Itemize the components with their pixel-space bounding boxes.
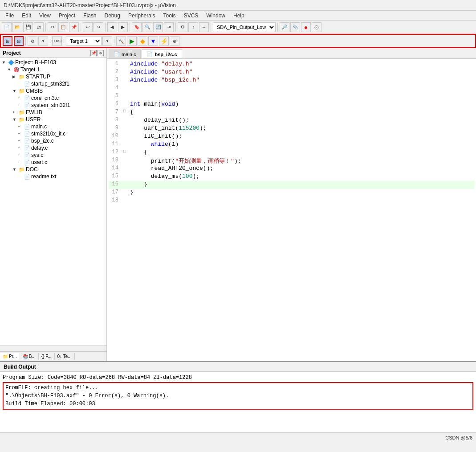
menu-file[interactable]: File: [2, 12, 17, 20]
target-dropdown[interactable]: Target 1: [66, 36, 102, 46]
redo-btn[interactable]: ↪: [94, 22, 103, 32]
menu-peripherals[interactable]: Peripherals: [125, 12, 159, 20]
line-number: 13: [109, 157, 121, 163]
toolbar-btn7[interactable]: ⊙: [312, 22, 321, 32]
code-line-14: 14 read_AHT20_once();: [109, 165, 474, 173]
menu-flash[interactable]: Flash: [80, 12, 100, 20]
panel-tab-project[interactable]: 📁 Pr...: [0, 353, 20, 360]
code-line-16: 16 }: [109, 181, 474, 189]
iset-btn[interactable]: ⊞: [3, 36, 12, 46]
panel-tab-templates[interactable]: 0↓ Te...: [55, 353, 75, 360]
tree-item-Target-1[interactable]: ▼🎯Target 1: [1, 66, 106, 73]
line-number: 8: [109, 117, 121, 123]
tab-bsp-i2c[interactable]: 📄 bsp_i2c.c: [142, 49, 182, 58]
stop-build-btn[interactable]: ◆: [138, 36, 147, 46]
compile-btn[interactable]: ⚙: [178, 22, 187, 32]
indent2-btn[interactable]: ↕: [188, 22, 198, 32]
line-code: read_AHT20_once();: [128, 165, 474, 172]
rebuild-btn[interactable]: ▶: [127, 36, 137, 46]
tree-label: STARTUP: [26, 74, 50, 80]
function-dropdown[interactable]: SDA_Pin_Output_Low: [213, 22, 276, 32]
menu-debug[interactable]: Debug: [101, 12, 124, 20]
build-target-btn[interactable]: 🔨: [116, 36, 126, 46]
new-file-btn[interactable]: 📄: [2, 22, 12, 32]
tree-item-CMSIS[interactable]: ▼📁CMSIS: [1, 87, 106, 95]
expand-icon: ▼: [12, 117, 18, 122]
dropdown-btn2[interactable]: ▼: [38, 36, 48, 46]
open-btn[interactable]: 📂: [12, 22, 22, 32]
nav-back-btn[interactable]: ◀: [107, 22, 117, 32]
tree-item-main-c[interactable]: +📄main.c: [1, 123, 106, 130]
tree-item-stm32f10x-it-c[interactable]: +📄stm32f10x_it.c: [1, 130, 106, 137]
tree-item-Project--BH-F103[interactable]: ▼🔷Project: BH-F103: [1, 59, 106, 66]
replace-btn[interactable]: 🔄: [153, 22, 163, 32]
sep10: [64, 37, 64, 45]
menu-view[interactable]: View: [36, 12, 54, 20]
indent-btn[interactable]: ⇥: [164, 22, 174, 32]
menu-edit[interactable]: Edit: [18, 12, 35, 20]
tree-item-delay-c[interactable]: +📄delay.c: [1, 144, 106, 152]
load-btn[interactable]: LOAD: [52, 36, 62, 46]
toolbar-btn3[interactable]: ↔: [199, 22, 209, 32]
code-line-12: 12□ {: [109, 149, 474, 157]
tree-item-system-stm32f1[interactable]: +📄system_stm32f1: [1, 102, 106, 109]
line-code: #include "delay.h": [128, 61, 474, 67]
download-btn[interactable]: ▼: [148, 36, 158, 46]
title-bar: D:\MDK5project\stm32-AHT20-master\Projec…: [0, 0, 476, 11]
panel-tab-functions[interactable]: {} F...: [39, 353, 55, 360]
panel-tab-books[interactable]: 📚 B...: [20, 353, 39, 360]
save-all-btn[interactable]: 🗂: [34, 22, 44, 32]
menu-help[interactable]: Help: [230, 12, 248, 20]
tab-main-c[interactable]: 📄 main.c: [109, 49, 141, 58]
options-btn[interactable]: ⚙: [28, 36, 37, 46]
target-dd-btn[interactable]: ▼: [102, 36, 112, 46]
paste-btn[interactable]: 📌: [69, 22, 79, 32]
project-scrollbar[interactable]: [0, 345, 106, 351]
project-panel: Project 📌 ✕ ▼🔷Project: BH-F103▼🎯Target 1…: [0, 48, 107, 361]
menu-svcs[interactable]: SVCS: [180, 12, 202, 20]
toolbar-btn4[interactable]: 🔎: [280, 22, 289, 32]
expand-icon: +: [12, 110, 18, 115]
line-code: delay_ms(100);: [128, 173, 474, 180]
folder-icon: 📁: [19, 88, 25, 94]
tree-item-DOC[interactable]: ▼📁DOC: [1, 166, 106, 173]
tree-item-sys-c[interactable]: +📄sys.c: [1, 152, 106, 159]
panel-tabs: 📁 Pr... 📚 B... {} F... 0↓ Te...: [0, 351, 106, 361]
nav-fwd-btn[interactable]: ▶: [118, 22, 128, 32]
tree-item-USER[interactable]: ▼📁USER: [1, 116, 106, 123]
toolbar-btn6[interactable]: ●: [301, 22, 311, 32]
tree-item-bsp-i2c-c[interactable]: +📄bsp_i2c.c: [1, 137, 106, 144]
tree-label: DOC: [26, 166, 38, 173]
cut-btn[interactable]: ✂: [48, 22, 57, 32]
tree-item-usart-c[interactable]: +📄usart.c: [1, 159, 106, 166]
menu-project[interactable]: Project: [55, 12, 79, 20]
tree-item-startup-stm32f1[interactable]: 📄startup_stm32f1: [1, 80, 106, 87]
tree-item-readme-txt[interactable]: 📄readme.txt: [1, 173, 106, 180]
expand-icon: ▼: [12, 167, 18, 172]
line-code: IIC_Init();: [128, 133, 474, 140]
tree-item-core-cm3-c[interactable]: +📄core_cm3.c: [1, 95, 106, 102]
flash-btn[interactable]: ⚡: [159, 36, 169, 46]
undo-btn[interactable]: ↩: [83, 22, 93, 32]
build-line-1: FromELF: creating hex file...: [5, 384, 471, 392]
menu-window[interactable]: Window: [203, 12, 229, 20]
ext-btn[interactable]: ⊕: [170, 36, 179, 46]
panel-close-btn[interactable]: ✕: [98, 50, 104, 56]
iset-btn2[interactable]: ⊟: [14, 36, 24, 46]
copy-btn[interactable]: 📋: [58, 22, 68, 32]
file-icon: 📄: [24, 152, 30, 158]
toolbar-btn5[interactable]: 📎: [290, 22, 300, 32]
editor-content[interactable]: 1#include "delay.h"2#include "usart.h"3#…: [107, 59, 476, 361]
line-code: }: [128, 189, 474, 196]
panel-pin-btn[interactable]: 📌: [90, 50, 97, 56]
folder-icon: 📁: [19, 110, 25, 115]
panel-controls: 📌 ✕: [90, 50, 104, 56]
sep1: [45, 23, 46, 32]
tree-item-FWLIB[interactable]: +📁FWLIB: [1, 109, 106, 116]
menu-tools[interactable]: Tools: [160, 12, 179, 20]
tree-item-STARTUP[interactable]: ▶📁STARTUP: [1, 73, 106, 80]
save-btn[interactable]: 💾: [23, 22, 33, 32]
line-number: 12: [109, 149, 121, 155]
bookmark-btn[interactable]: 🔖: [132, 22, 142, 32]
find-btn[interactable]: 🔍: [142, 22, 152, 32]
